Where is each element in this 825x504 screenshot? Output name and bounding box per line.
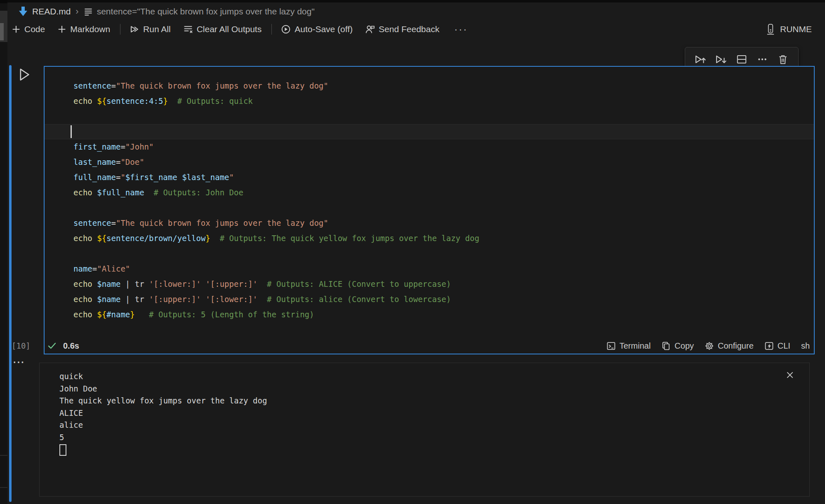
code-token: = <box>120 142 125 151</box>
add-code-cell-button[interactable]: Code <box>12 24 45 34</box>
code-token: = <box>111 218 116 227</box>
text-caret <box>71 125 72 138</box>
breadcrumb-file[interactable]: READ.md <box>32 7 71 16</box>
cell-language-picker[interactable]: sh <box>801 341 810 351</box>
scrollbar-thumb[interactable] <box>0 23 4 40</box>
run-cell-button[interactable] <box>18 68 31 82</box>
code-line[interactable]: echo ${sentence:4:5} # Outputs: quick <box>73 94 479 109</box>
execution-count: [10] <box>12 341 31 350</box>
code-token: #name <box>106 310 130 319</box>
code-token: $full_name <box>97 188 144 197</box>
cell-status-bar: 0.6s Terminal Copy <box>44 338 815 354</box>
runme-logo-icon <box>765 23 776 35</box>
cell-focus-bar <box>9 65 12 502</box>
code-line[interactable]: sentence="The quick brown fox jumps over… <box>73 78 479 94</box>
code-token: = <box>116 173 120 182</box>
more-cell-actions-button[interactable] <box>755 51 769 68</box>
code-token: echo <box>73 279 92 288</box>
code-token: "The quick brown fox jumps over the lazy… <box>116 81 328 90</box>
close-output-button[interactable] <box>785 370 794 380</box>
code-line-cursor[interactable] <box>73 124 479 139</box>
copy-icon <box>661 341 671 351</box>
code-line[interactable]: echo $name | tr '[:lower:]' '[:upper:]' … <box>73 277 479 292</box>
run-all-button[interactable]: Run All <box>130 24 171 34</box>
gutter-top <box>0 0 7 3</box>
code-token: name <box>73 264 92 273</box>
cli-button[interactable]: CLI <box>764 341 790 351</box>
output-line: quick <box>59 370 267 383</box>
code-token: sentence <box>73 81 111 90</box>
add-markdown-cell-button[interactable]: Markdown <box>57 24 110 34</box>
close-icon <box>785 370 794 380</box>
configure-button[interactable]: Configure <box>705 341 754 351</box>
split-cell-icon <box>736 54 747 65</box>
toolbar-more-button[interactable]: ··· <box>454 23 468 35</box>
gear-icon <box>705 341 714 351</box>
code-token: last_name <box>73 157 116 166</box>
code-token: "The quick brown fox jumps over the lazy… <box>116 218 328 227</box>
execute-cell-and-below-button[interactable] <box>714 51 728 68</box>
execute-cell-and-below-icon <box>715 53 727 66</box>
breadcrumb-symbol[interactable]: sentence="The quick brown fox jumps over… <box>97 7 315 16</box>
feedback-person-icon <box>365 24 375 34</box>
output-line: 5 <box>59 431 267 444</box>
code-token <box>92 295 97 304</box>
code-token: } <box>163 96 167 105</box>
execute-above-button[interactable] <box>693 51 707 68</box>
code-line[interactable]: first_name="John" <box>73 139 479 155</box>
delete-cell-button[interactable] <box>776 51 790 68</box>
code-token: } <box>205 234 210 243</box>
output-line: ALICE <box>59 407 267 420</box>
code-line[interactable] <box>73 200 479 216</box>
code-token: # Outputs: 5 (Length of the string) <box>149 310 314 319</box>
autosave-label: Auto-Save (off) <box>295 24 353 34</box>
code-token <box>144 188 154 197</box>
code-token <box>257 279 267 288</box>
autosave-toggle-button[interactable]: Auto-Save (off) <box>281 24 353 34</box>
copy-button[interactable]: Copy <box>661 341 694 351</box>
code-token <box>201 279 205 288</box>
code-editor[interactable]: sentence="The quick brown fox jumps over… <box>73 78 479 322</box>
clear-all-outputs-button[interactable]: Clear All Outputs <box>183 24 262 34</box>
code-line[interactable]: echo $name | tr '[:upper:]' '[:lower:]' … <box>73 292 479 307</box>
code-token: # Outputs: John Doe <box>154 188 243 197</box>
code-token <box>92 96 97 105</box>
copy-label: Copy <box>674 341 694 351</box>
code-line[interactable] <box>73 109 479 124</box>
gutter-separator <box>0 487 7 488</box>
code-token: echo <box>73 96 92 105</box>
run-all-icon <box>130 24 139 34</box>
editor-left-gutter <box>0 0 7 504</box>
more-actions-icon <box>757 54 768 65</box>
code-line[interactable]: echo $full_name # Outputs: John Doe <box>73 185 479 200</box>
terminal-button[interactable]: Terminal <box>606 341 651 351</box>
code-line[interactable]: echo ${sentence/brown/yellow} # Outputs:… <box>73 231 479 246</box>
terminal-icon <box>606 341 616 351</box>
plus-icon <box>57 25 66 34</box>
code-token <box>92 188 97 197</box>
runme-notebook-window: READ.md › sentence="The quick brown fox … <box>0 0 825 504</box>
split-cell-button[interactable] <box>735 51 749 68</box>
output-menu-button[interactable]: ··· <box>13 357 25 368</box>
code-line[interactable]: echo ${#name} # Outputs: 5 (Length of th… <box>73 307 479 322</box>
code-token: = <box>92 264 97 273</box>
toolbar-divider <box>271 24 272 35</box>
code-token: # Outputs: quick <box>177 96 253 105</box>
run-all-label: Run All <box>143 24 171 34</box>
code-line[interactable]: last_name="Doe" <box>73 155 479 170</box>
code-line[interactable]: sentence="The quick brown fox jumps over… <box>73 216 479 231</box>
code-token: sentence:4:5 <box>106 96 163 105</box>
code-token: ${ <box>97 96 106 105</box>
code-token: = <box>116 157 120 166</box>
breadcrumb: READ.md › sentence="The quick brown fox … <box>18 3 315 20</box>
code-token: | tr <box>120 279 149 288</box>
code-line[interactable]: full_name="$first_name $last_name" <box>73 170 479 185</box>
terminal-label: Terminal <box>620 341 651 351</box>
send-feedback-button[interactable]: Send Feedback <box>365 24 439 34</box>
code-line[interactable]: name="Alice" <box>73 261 479 277</box>
code-token: echo <box>73 188 92 197</box>
code-line[interactable] <box>73 246 479 261</box>
code-token <box>92 310 97 319</box>
gutter-separator <box>0 455 7 456</box>
code-token: " <box>120 173 125 182</box>
